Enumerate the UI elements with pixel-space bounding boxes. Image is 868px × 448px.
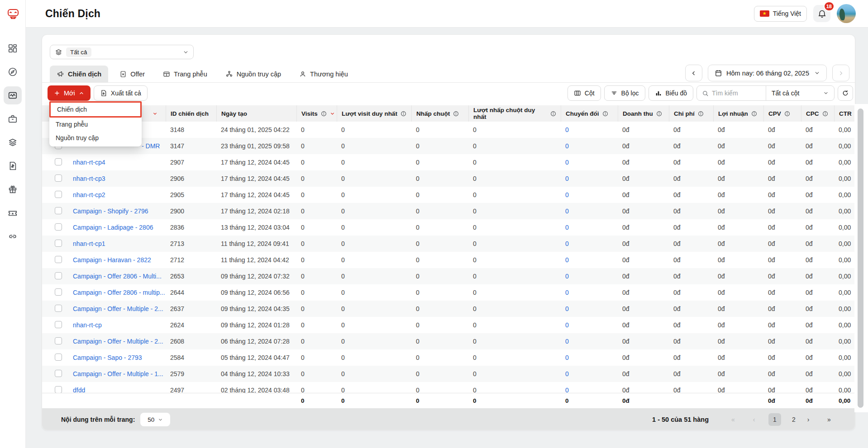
campaign-name-link[interactable]: nhan-rt-cp	[73, 321, 102, 329]
user-avatar[interactable]	[837, 4, 856, 23]
column-header-conversions[interactable]: Chuyển đổi	[561, 105, 618, 122]
search-input[interactable]	[712, 90, 759, 97]
campaign-name-link[interactable]: nhan-rt-cp2	[73, 191, 105, 198]
campaign-name-link[interactable]: nhan-rt-cp4	[73, 159, 105, 166]
first-page-button[interactable]: «	[727, 413, 739, 426]
info-icon[interactable]	[550, 111, 556, 117]
info-icon[interactable]	[321, 111, 327, 117]
menu-item-chiến-dịch[interactable]: Chiến dịch	[49, 101, 142, 118]
tab-offer[interactable]: Offer	[113, 66, 152, 82]
column-header-ctr[interactable]: CTR	[834, 105, 855, 122]
column-header-visits[interactable]: Visits	[296, 105, 337, 122]
language-button[interactable]: ★ Tiếng Việt	[754, 6, 807, 22]
conversions-link[interactable]: 0	[565, 159, 569, 166]
tab-traffic-sources[interactable]: Nguồn truy cập	[219, 66, 288, 82]
row-checkbox[interactable]	[55, 386, 62, 393]
info-icon[interactable]	[784, 111, 790, 117]
row-checkbox[interactable]	[55, 305, 62, 312]
conversions-link[interactable]: 0	[565, 289, 569, 296]
sidebar-item-explore[interactable]	[4, 63, 22, 81]
page-button-1[interactable]: 1	[768, 413, 781, 426]
info-icon[interactable]	[602, 111, 608, 117]
tab-brands[interactable]: Thương hiệu	[292, 66, 355, 82]
group-filter-select[interactable]: Tất cả	[50, 45, 194, 59]
row-checkbox[interactable]	[55, 321, 62, 328]
sidebar-item-dashboard[interactable]	[4, 39, 22, 57]
info-icon[interactable]	[401, 111, 406, 117]
column-header-date[interactable]: Ngày tạo	[216, 105, 296, 122]
row-checkbox[interactable]	[55, 272, 62, 279]
menu-item-trang-phễu[interactable]: Trang phễu	[49, 118, 142, 131]
row-checkbox[interactable]	[55, 223, 62, 231]
sidebar-item-links[interactable]	[4, 227, 22, 245]
column-header-cpc[interactable]: CPC	[801, 105, 834, 122]
column-header-profit[interactable]: Lợi nhuận	[713, 105, 763, 122]
prev-page-button[interactable]: ‹	[748, 413, 760, 426]
refresh-button[interactable]	[838, 85, 853, 101]
sidebar-item-invoices[interactable]	[4, 157, 22, 175]
date-range-button[interactable]: Hôm nay: 06 tháng 02, 2025	[708, 65, 827, 81]
campaign-name-link[interactable]: Campaign - Haravan - 2822	[73, 256, 151, 264]
conversions-link[interactable]: 0	[565, 207, 569, 215]
per-page-select[interactable]: 50	[140, 413, 170, 426]
conversions-link[interactable]: 0	[565, 175, 569, 182]
campaign-name-link[interactable]: Campaign - Shopify - 2796	[73, 207, 148, 215]
next-day-button[interactable]	[832, 65, 849, 81]
campaign-name-link[interactable]: Campaign - Sapo - 2793	[73, 354, 142, 361]
campaign-name-link[interactable]: Campaign - Ladipage - 2806	[73, 224, 153, 231]
conversions-link[interactable]: 0	[565, 142, 569, 150]
row-checkbox[interactable]	[55, 240, 62, 247]
row-checkbox[interactable]	[55, 256, 62, 263]
row-checkbox[interactable]	[55, 207, 62, 214]
campaign-name-link[interactable]: Campaign - Offer - Multiple - 2...	[73, 305, 163, 312]
campaign-name-link[interactable]: nhan-rt-cp1	[73, 240, 105, 247]
row-checkbox[interactable]	[55, 158, 62, 165]
campaign-name-link[interactable]: Campaign - Offer - Multiple - 2...	[73, 338, 163, 345]
tab-landing-pages[interactable]: Trang phễu	[156, 66, 214, 82]
new-button[interactable]: Mới	[48, 85, 91, 101]
column-header-unique_clicks[interactable]: Lượt nhấp chuột duy nhất	[468, 105, 561, 122]
filters-button[interactable]: Bộ lọc	[604, 85, 645, 101]
row-checkbox[interactable]	[55, 174, 62, 182]
column-header-cpv[interactable]: CPV	[763, 105, 801, 122]
column-header-unique_visits[interactable]: Lượt visit duy nhất	[337, 105, 411, 122]
export-all-button[interactable]: Xuất tất cả	[94, 85, 148, 101]
menu-item-nguồn-truy-cập[interactable]: Nguồn truy cập	[49, 131, 142, 145]
conversions-link[interactable]: 0	[565, 191, 569, 198]
info-icon[interactable]	[822, 111, 828, 117]
chart-button[interactable]: Biểu đồ	[649, 85, 693, 101]
campaign-name-link[interactable]: dfdd	[73, 387, 85, 393]
conversions-link[interactable]: 0	[565, 321, 569, 329]
columns-button[interactable]: Cột	[568, 85, 601, 101]
conversions-link[interactable]: 0	[565, 370, 569, 377]
row-checkbox[interactable]	[55, 337, 62, 344]
info-icon[interactable]	[656, 111, 662, 117]
sidebar-item-tickets[interactable]	[4, 204, 22, 222]
campaign-name-link[interactable]: Campaign - Offer - Multiple - 1...	[73, 370, 163, 377]
conversions-link[interactable]: 0	[565, 126, 569, 133]
info-icon[interactable]	[698, 111, 704, 117]
column-header-cost[interactable]: Chi phí	[669, 105, 713, 122]
last-page-button[interactable]: »	[823, 413, 835, 426]
column-header-revenue[interactable]: Doanh thu	[618, 105, 669, 122]
column-header-clicks[interactable]: Nhấp chuột	[411, 105, 468, 122]
row-checkbox[interactable]	[55, 288, 62, 296]
app-logo[interactable]	[0, 0, 26, 28]
search-field[interactable]	[697, 90, 766, 97]
tab-campaigns[interactable]: Chiến dịch	[50, 66, 108, 82]
info-icon[interactable]	[751, 111, 757, 117]
campaign-name-link[interactable]: - DMR	[142, 142, 160, 150]
sidebar-item-rewards[interactable]	[4, 180, 22, 198]
conversions-link[interactable]: 0	[565, 273, 569, 280]
campaign-name-link[interactable]: Campaign - Offer 2806 - multip...	[73, 289, 165, 296]
campaign-name-link[interactable]: Campaign - Offer 2806 - Multi...	[73, 273, 162, 280]
sidebar-item-layers[interactable]	[4, 133, 22, 151]
column-scope-select[interactable]: Tất cả cột	[766, 90, 834, 97]
info-icon[interactable]	[453, 111, 459, 117]
prev-day-button[interactable]	[685, 65, 702, 81]
conversions-link[interactable]: 0	[565, 354, 569, 361]
sidebar-item-portfolio[interactable]	[4, 110, 22, 128]
conversions-link[interactable]: 0	[565, 240, 569, 247]
row-checkbox[interactable]	[55, 354, 62, 361]
row-checkbox[interactable]	[55, 370, 62, 377]
